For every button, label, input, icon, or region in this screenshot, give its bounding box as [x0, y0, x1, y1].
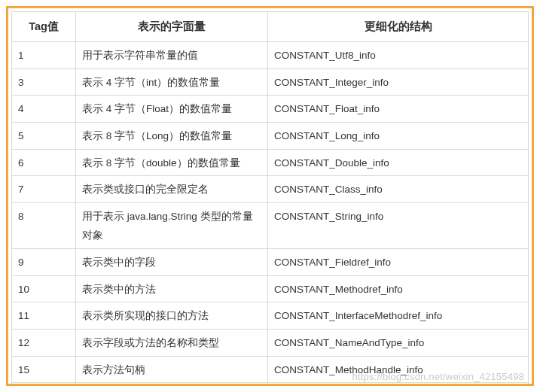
- cell-struct: CONSTANT_Integer_info: [268, 68, 529, 96]
- cell-meaning: 表示类中的方法: [76, 275, 268, 302]
- cell-tag: 1: [12, 42, 76, 69]
- cell-struct: CONSTANT_Utf8_info: [268, 42, 529, 69]
- cell-meaning: 表示方法句柄: [76, 356, 268, 383]
- header-meaning: 表示的字面量: [76, 12, 268, 42]
- cell-struct: CONSTANT_Fieldref_info: [268, 249, 529, 276]
- cell-tag: 3: [12, 68, 76, 96]
- table-header-row: Tag值 表示的字面量 更细化的结构: [12, 12, 529, 42]
- cell-tag: 10: [12, 275, 76, 302]
- cell-meaning: 用于表示字符串常量的值: [76, 42, 268, 69]
- cell-tag: 12: [12, 330, 76, 357]
- table-row: 9表示类中的字段CONSTANT_Fieldref_info: [12, 249, 529, 276]
- cell-tag: 9: [12, 249, 76, 276]
- cell-meaning: 表示字段或方法的名称和类型: [76, 330, 268, 357]
- table-row: 8用于表示 java.lang.String 类型的常量对象CONSTANT_S…: [12, 202, 529, 248]
- table-container: Tag值 表示的字面量 更细化的结构 1用于表示字符串常量的值CONSTANT_…: [6, 6, 534, 386]
- cell-meaning: 表示 4 字节（Float）的数值常量: [76, 96, 268, 123]
- table-row: 5表示 8 字节（Long）的数值常量CONSTANT_Long_info: [12, 122, 529, 149]
- cell-struct: CONSTANT_InterfaceMethodref_info: [268, 302, 529, 330]
- cell-tag: 4: [12, 96, 76, 123]
- header-struct: 更细化的结构: [268, 12, 529, 42]
- table-row: 16表示方法类型CONSTANT_MethodType_info: [12, 383, 529, 386]
- cell-struct: CONSTANT_String_info: [268, 202, 529, 248]
- cell-struct: CONSTANT_Float_info: [268, 96, 529, 123]
- header-tag: Tag值: [12, 12, 76, 42]
- cell-meaning: 表示 8 字节（Long）的数值常量: [76, 122, 268, 149]
- cell-struct: CONSTANT_Methodref_info: [268, 275, 529, 302]
- cell-struct: CONSTANT_Class_info: [268, 176, 529, 203]
- table-row: 7表示类或接口的完全限定名CONSTANT_Class_info: [12, 176, 529, 203]
- table-row: 10表示类中的方法CONSTANT_Methodref_info: [12, 275, 529, 302]
- constant-pool-table: Tag值 表示的字面量 更细化的结构 1用于表示字符串常量的值CONSTANT_…: [11, 11, 529, 386]
- cell-struct: CONSTANT_NameAndType_info: [268, 330, 529, 357]
- cell-tag: 11: [12, 302, 76, 330]
- cell-tag: 6: [12, 149, 76, 176]
- table-row: 12表示字段或方法的名称和类型CONSTANT_NameAndType_info: [12, 330, 529, 357]
- cell-meaning: 表示 8 字节（double）的数值常量: [76, 149, 268, 176]
- cell-meaning: 表示类中的字段: [76, 249, 268, 276]
- cell-tag: 15: [12, 356, 76, 383]
- table-row: 11表示类所实现的接口的方法CONSTANT_InterfaceMethodre…: [12, 302, 529, 330]
- table-row: 3表示 4 字节（int）的数值常量CONSTANT_Integer_info: [12, 68, 529, 96]
- table-row: 15表示方法句柄CONSTANT_MethodHandle_info: [12, 356, 529, 383]
- cell-meaning: 用于表示 java.lang.String 类型的常量对象: [76, 202, 268, 248]
- table-row: 1用于表示字符串常量的值CONSTANT_Utf8_info: [12, 42, 529, 69]
- cell-struct: CONSTANT_MethodType_info: [268, 383, 529, 386]
- cell-struct: CONSTANT_Double_info: [268, 149, 529, 176]
- cell-tag: 7: [12, 176, 76, 203]
- cell-tag: 5: [12, 122, 76, 149]
- cell-meaning: 表示 4 字节（int）的数值常量: [76, 68, 268, 96]
- cell-meaning: 表示类所实现的接口的方法: [76, 302, 268, 330]
- cell-struct: CONSTANT_Long_info: [268, 122, 529, 149]
- table-row: 6表示 8 字节（double）的数值常量CONSTANT_Double_inf…: [12, 149, 529, 176]
- table-row: 4表示 4 字节（Float）的数值常量CONSTANT_Float_info: [12, 96, 529, 123]
- cell-struct: CONSTANT_MethodHandle_info: [268, 356, 529, 383]
- cell-meaning: 表示方法类型: [76, 383, 268, 386]
- cell-tag: 16: [12, 383, 76, 386]
- cell-tag: 8: [12, 202, 76, 248]
- cell-meaning: 表示类或接口的完全限定名: [76, 176, 268, 203]
